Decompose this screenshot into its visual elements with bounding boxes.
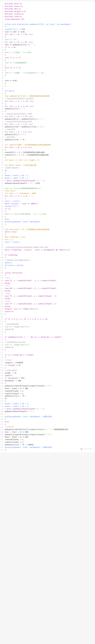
- code-line: 99if (timeFlag): [0, 254, 95, 256]
- line-number: 67: [0, 172, 5, 174]
- code-line: 77{: [0, 198, 95, 200]
- code-line: 160gsDomain[beanX][beanY] = '*';: [0, 410, 95, 413]
- code-line: 145length -= 8;: [0, 372, 95, 374]
- line-number: 173: [0, 444, 5, 446]
- line-number: 132: [0, 338, 5, 341]
- code-content: default: cout << "\tGame Over!\n";: [5, 308, 95, 310]
- code-line: 163}: [0, 418, 95, 420]
- line-number: 105: [0, 270, 5, 272]
- code-content: int main(): [5, 90, 95, 92]
- code-line: 128return 0;: [0, 328, 95, 331]
- code-content: {: [5, 149, 95, 151]
- code-line: 7using namespace std;: [0, 18, 95, 20]
- line-number: 139: [0, 356, 5, 359]
- code-content: system("cls");: [5, 205, 95, 208]
- code-line: 158beanY = rand() % 20 + 1;: [0, 405, 95, 408]
- line-number: 70: [0, 180, 5, 182]
- code-line: 12cout << endl << endl;: [0, 31, 95, 33]
- code-line: 140//吃豆豆: [0, 359, 95, 362]
- line-number: 141: [0, 362, 5, 364]
- code-content: //贪吃蛇撞到墙壁: [5, 323, 95, 326]
- line-number: 5: [0, 13, 5, 16]
- code-line: 57for (int i = 0; i < 4; i++): [0, 146, 95, 149]
- code-line: 117//向右: [0, 300, 95, 303]
- code-content: {: [5, 103, 95, 105]
- line-number: 148: [0, 380, 5, 382]
- line-number: 83: [0, 213, 5, 216]
- code-line: 68beanX = rand() % 20 + 1;: [0, 174, 95, 177]
- line-number: 123: [0, 316, 5, 318]
- line-number: 79: [0, 202, 5, 205]
- code-line: 44//初始化贪吃蛇活动区域的上下墙壁: [0, 113, 95, 115]
- code-line: 132{: [0, 338, 95, 341]
- code-line: 54gsDomain[1][4] = '#';: [0, 138, 95, 141]
- code-line: 36{: [0, 92, 95, 95]
- code-content: }: [5, 85, 95, 87]
- line-number: 57: [0, 146, 5, 149]
- line-number: 77: [0, 198, 5, 200]
- code-line: 53//初始化蛇头: [0, 136, 95, 138]
- code-line: 73cout << "\n\n\t\t贪吃蛇游戏即将开始!\n";: [0, 187, 95, 190]
- line-number: 72: [0, 185, 5, 187]
- line-number: 82: [0, 210, 5, 213]
- line-number: 9: [0, 23, 5, 26]
- line-number: 12: [0, 31, 5, 33]
- line-number: 37: [0, 95, 5, 98]
- line-number: 144: [0, 369, 5, 372]
- code-line: 46gsDomain[0][i] = gsDomain[21][i] = '-'…: [0, 118, 95, 120]
- line-number: 103: [0, 264, 5, 267]
- line-number: 125: [0, 320, 5, 323]
- code-content: }: [5, 74, 95, 77]
- code-content: tail = (tail + 1) % 100;: [5, 431, 95, 434]
- line-number: 157: [0, 402, 5, 405]
- code-content: snake[1][head] = y;: [5, 441, 95, 444]
- line-number: 96: [0, 246, 5, 249]
- code-line: 134cout << "\tGame Over!\n";: [0, 344, 95, 346]
- line-number: 169: [0, 434, 5, 436]
- code-content: case 80: x = snake[0][head] + 1, y = sna…: [5, 287, 95, 290]
- code-line: 90while (true): [0, 231, 95, 233]
- line-number: 78: [0, 200, 5, 202]
- code-content: #include <graphics.h>: [5, 10, 95, 13]
- line-number: 145: [0, 372, 5, 374]
- line-number: 98: [0, 251, 5, 254]
- code-content: gsDomain[1][4] = '#';: [5, 138, 95, 141]
- line-number: 6: [0, 16, 5, 18]
- code-line: 95: [0, 244, 95, 246]
- code-line: 120default: cout << "\tGame Over!\n";: [0, 308, 95, 310]
- code-content: else: [5, 420, 95, 423]
- code-line: 114//向左: [0, 292, 95, 295]
- code-content: beanY = rand() % 20 + 1;: [5, 405, 95, 408]
- code-content: int head = 3, tail = 0, length = 4;: [5, 159, 95, 162]
- line-number: 135: [0, 346, 5, 349]
- line-number: 109: [0, 280, 5, 282]
- line-number: 113: [0, 290, 5, 292]
- code-content: } while (gsDomain[beanX][beanY] != ' ');: [5, 408, 95, 410]
- code-content: }: [5, 54, 95, 56]
- code-content: break;: [5, 290, 95, 292]
- code-content: cout << "\tGame Over!\n";: [5, 326, 95, 328]
- code-content: [5, 251, 95, 254]
- code-line: 106switch (direction): [0, 272, 95, 274]
- zhihu-icon: [80, 448, 83, 450]
- line-number: 118: [0, 303, 5, 305]
- code-line: 5#include <stdlib.h>: [0, 13, 95, 16]
- code-content: case 72: x = snake[0][head] - 1, y = sna…: [5, 280, 95, 282]
- line-number: 167: [0, 428, 5, 431]
- code-content: level++;: [5, 374, 95, 377]
- code-content: break;: [5, 282, 95, 285]
- line-number: 84: [0, 216, 5, 218]
- code-content: #include <conio.h>: [5, 5, 95, 8]
- code-content: [5, 87, 95, 90]
- code-content: //初始化蛇身: [5, 128, 95, 131]
- code-line: 76for (int i = 3; i >= 0; i--): [0, 195, 95, 198]
- code-line: 50//初始化蛇身: [0, 128, 95, 131]
- line-number: 55: [0, 141, 5, 144]
- code-line: 64int beanX, beanY; //豆豆出现的位置: [0, 164, 95, 167]
- line-number: 59: [0, 151, 5, 154]
- code-line: 164else: [0, 420, 95, 423]
- code-content: do: [5, 169, 95, 172]
- code-line: 125{: [0, 320, 95, 323]
- line-number: 128: [0, 328, 5, 331]
- code-line: 43}: [0, 110, 95, 113]
